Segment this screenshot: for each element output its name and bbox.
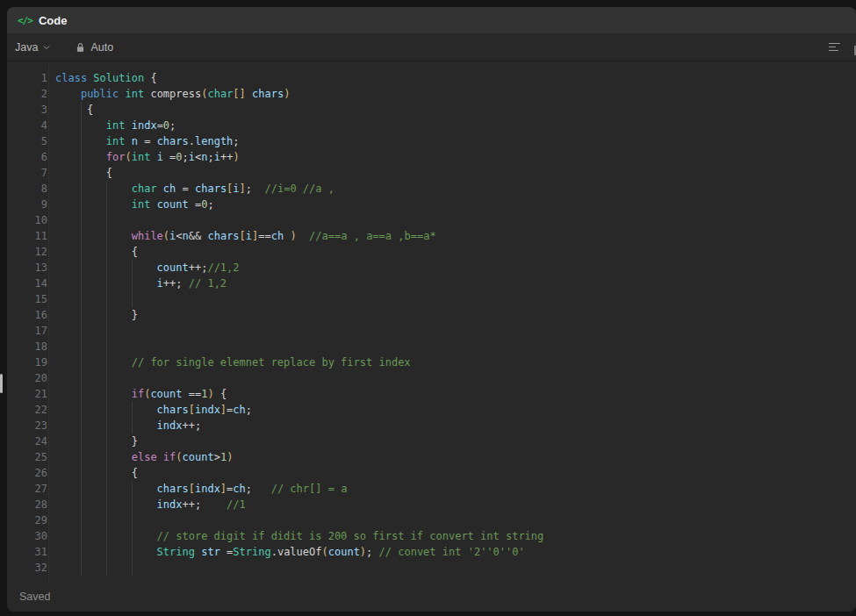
indent-guide: [81, 307, 82, 323]
indent-guide: [81, 244, 82, 260]
editor-toolbar: Java Auto: [7, 33, 856, 61]
language-selector[interactable]: Java: [15, 41, 51, 54]
indent-guide: [132, 512, 133, 528]
code-line[interactable]: 32: [7, 560, 856, 576]
indent-guide: [81, 212, 82, 228]
code-line[interactable]: 8 char ch = chars[i]; //i=0 //a ,: [7, 181, 856, 197]
code-line[interactable]: 19 // for single elemnet replace by firs…: [7, 355, 856, 370]
indent-guide: [106, 544, 107, 560]
code-line[interactable]: 6 for(int i =0;i<n;i++): [7, 149, 856, 165]
code-lines: 1class Solution {2 public int compress(c…: [7, 70, 856, 576]
indent-guide: [81, 181, 82, 197]
format-lines-icon[interactable]: [825, 39, 844, 55]
line-number: 30: [7, 528, 47, 544]
code-panel: </> Code Java Auto 1class Solution {2 pu…: [7, 7, 856, 612]
line-number: 13: [7, 260, 47, 276]
code-line[interactable]: 31 String str =String.valueOf(count); //…: [7, 544, 856, 560]
indent-guide: [132, 528, 133, 544]
auto-sync-toggle[interactable]: Auto: [76, 41, 113, 54]
code-line[interactable]: 29: [7, 512, 856, 528]
line-number: 22: [7, 402, 47, 418]
indent-guide: [106, 181, 107, 197]
code-line[interactable]: 9 int count =0;: [7, 197, 856, 212]
code-line[interactable]: 1class Solution {: [7, 70, 856, 86]
indent-guide: [106, 355, 107, 370]
indent-guide: [81, 276, 82, 291]
indent-guide: [106, 228, 107, 244]
indent-guide: [81, 102, 82, 118]
indent-guide: [81, 260, 82, 276]
code-line[interactable]: 23 indx++;: [7, 418, 856, 433]
code-line[interactable]: 20: [7, 370, 856, 386]
indent-guide: [132, 276, 133, 291]
line-number: 17: [7, 323, 47, 339]
code-line[interactable]: 18: [7, 339, 856, 355]
line-number: 3: [7, 102, 47, 118]
indent-guide: [81, 149, 82, 165]
indent-guide: [81, 118, 82, 133]
indent-guide: [106, 276, 107, 291]
code-line[interactable]: 4 int indx=0;: [7, 118, 856, 133]
code-line[interactable]: 22 chars[indx]=ch;: [7, 402, 856, 418]
code-line[interactable]: 14 i++; // 1,2: [7, 276, 856, 291]
code-panel-header: </> Code: [7, 7, 856, 33]
indent-guide: [106, 402, 107, 418]
line-number: 31: [7, 544, 47, 560]
indent-guide: [81, 339, 82, 355]
indent-guide: [81, 133, 82, 149]
indent-guide: [106, 560, 107, 576]
indent-guide: [81, 323, 82, 339]
indent-guide: [81, 560, 82, 576]
code-editor[interactable]: 1class Solution {2 public int compress(c…: [7, 61, 856, 582]
indent-guide: [132, 544, 133, 560]
chevron-down-icon: [42, 43, 51, 52]
code-line[interactable]: 12 {: [7, 244, 856, 260]
code-line[interactable]: 27 chars[indx]=ch; // chr[] = a: [7, 481, 856, 497]
code-line[interactable]: 28 indx++; //1: [7, 497, 856, 512]
line-number: 11: [7, 228, 47, 244]
line-number: 12: [7, 244, 47, 260]
indent-guide: [81, 291, 82, 307]
code-line[interactable]: 21 if(count ==1) {: [7, 386, 856, 402]
indent-guide: [81, 402, 82, 418]
line-number: 5: [7, 133, 47, 149]
line-number: 28: [7, 497, 47, 512]
line-number: 20: [7, 370, 47, 386]
code-line[interactable]: 7 {: [7, 165, 856, 181]
panel-resize-handle[interactable]: [0, 374, 3, 393]
code-line[interactable]: 16 }: [7, 307, 856, 323]
line-number: 29: [7, 512, 47, 528]
indent-guide: [106, 481, 107, 497]
indent-guide: [106, 418, 107, 433]
language-label: Java: [15, 41, 38, 54]
code-line[interactable]: 11 while(i<n&& chars[i]==ch ) //a==a , a…: [7, 228, 856, 244]
indent-guide: [81, 497, 82, 512]
code-line[interactable]: 17: [7, 323, 856, 339]
indent-guide: [132, 291, 133, 307]
indent-guide: [106, 528, 107, 544]
code-line[interactable]: 3 {: [7, 102, 856, 118]
code-line[interactable]: 26 {: [7, 465, 856, 481]
indent-guide: [81, 433, 82, 449]
indent-guide: [106, 370, 107, 386]
code-line[interactable]: 24 }: [7, 433, 856, 449]
indent-guide: [106, 497, 107, 512]
indent-guide: [106, 465, 107, 481]
indent-guide: [106, 339, 107, 355]
indent-guide: [132, 497, 133, 512]
line-number: 4: [7, 118, 47, 133]
code-line[interactable]: 13 count++;//1,2: [7, 260, 856, 276]
code-line[interactable]: 25 else if(count>1): [7, 449, 856, 465]
indent-guide: [81, 481, 82, 497]
line-number: 8: [7, 181, 47, 197]
code-line[interactable]: 5 int n = chars.length;: [7, 133, 856, 149]
code-line[interactable]: 10: [7, 212, 856, 228]
indent-guide: [132, 560, 133, 576]
indent-guide: [81, 544, 82, 560]
indent-guide: [106, 307, 107, 323]
code-line[interactable]: 2 public int compress(char[] chars): [7, 86, 856, 102]
code-line[interactable]: 15: [7, 291, 856, 307]
code-line[interactable]: 30 // store digit if didit is 200 so fir…: [7, 528, 856, 544]
indent-guide: [106, 449, 107, 465]
line-number: 18: [7, 339, 47, 355]
